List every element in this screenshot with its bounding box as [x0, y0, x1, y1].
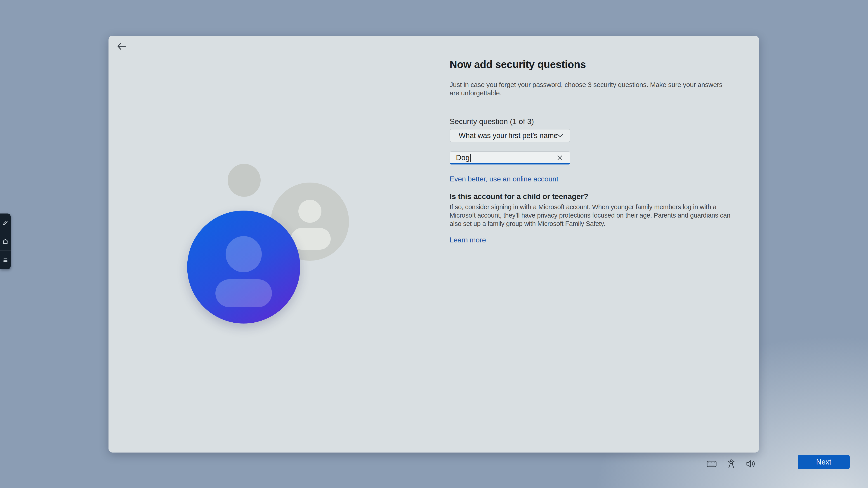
tray-volume-button[interactable] — [745, 457, 757, 470]
security-answer-input[interactable]: Dog — [450, 151, 570, 164]
back-arrow-icon — [115, 40, 128, 52]
tray-keyboard-button[interactable] — [705, 457, 718, 470]
oobe-screen: Now add security questions Just in case … — [0, 0, 868, 488]
pen-icon — [2, 219, 9, 226]
avatar-head-shape — [298, 200, 321, 223]
child-account-heading: Is this account for a child or teenager? — [450, 192, 588, 201]
dropdown-selected-value: What was your first pet’s name? — [459, 131, 557, 140]
avatar-small-circle — [228, 164, 260, 197]
flyout-home-button[interactable] — [0, 232, 11, 251]
volume-icon — [745, 458, 757, 470]
back-button[interactable] — [114, 40, 129, 53]
next-button[interactable]: Next — [798, 455, 850, 469]
page-subtitle: Just in case you forget your password, c… — [450, 80, 730, 97]
flyout-pen-button[interactable] — [0, 214, 11, 232]
list-icon — [2, 257, 9, 264]
answer-text: Dog — [456, 153, 470, 162]
clear-input-button[interactable] — [555, 153, 565, 163]
flyout-list-button[interactable] — [0, 251, 11, 269]
tray-accessibility-button[interactable] — [725, 457, 738, 470]
page-title: Now add security questions — [450, 58, 741, 70]
security-question-dropdown[interactable]: What was your first pet’s name? — [450, 129, 570, 142]
avatar-body-shape — [215, 279, 272, 307]
keyboard-icon — [706, 458, 717, 470]
avatar-body-shape — [291, 228, 331, 250]
accessibility-icon — [725, 458, 737, 470]
avatar-primary-user — [187, 210, 300, 324]
chevron-down-icon — [557, 134, 563, 137]
avatar-head-shape — [225, 236, 262, 272]
home-icon — [2, 238, 9, 245]
accessibility-flyout — [0, 214, 11, 269]
learn-more-link[interactable]: Learn more — [450, 236, 486, 244]
text-caret — [470, 154, 471, 162]
child-account-body: If so, consider signing in with a Micros… — [450, 203, 732, 228]
use-online-account-link[interactable]: Even better, use an online account — [450, 175, 558, 183]
security-question-label: Security question (1 of 3) — [450, 117, 534, 126]
